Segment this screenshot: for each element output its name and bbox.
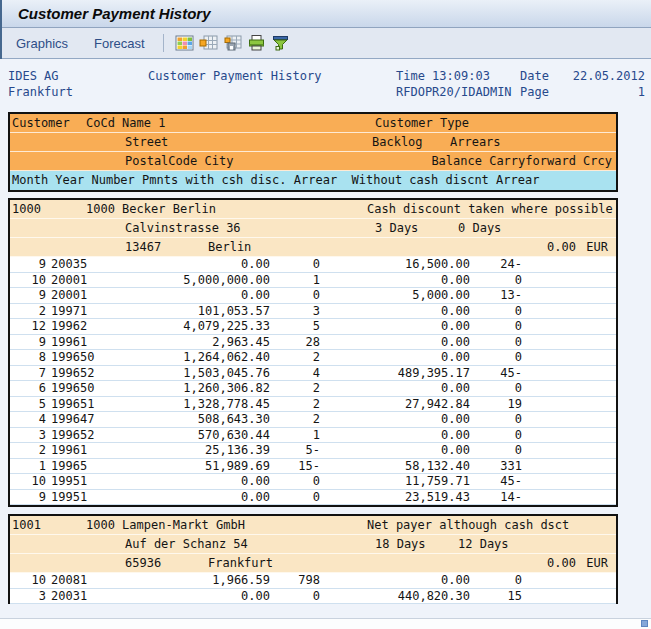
data-cell: 51 — [80, 397, 140, 412]
data-row[interactable]: 3200310.000440,820.3015 — [10, 589, 616, 605]
data-cell: 51,989.69 — [140, 459, 270, 474]
data-cell: 2000 — [46, 288, 80, 303]
data-cell: 24- — [470, 257, 522, 272]
data-cell: 1 — [270, 273, 320, 288]
data-cell: 1996 — [46, 412, 80, 427]
report-area: IDES AGCustomer Payment HistoryTime 13:0… — [0, 60, 651, 629]
text-cell: 1000 Becker Berlin — [86, 200, 216, 219]
save-table-icon[interactable] — [222, 33, 244, 54]
data-cell: 1997 — [46, 304, 80, 319]
column-header-row: Month Year Number Pmnts with csh disc. A… — [10, 171, 616, 190]
data-cell: 0.00 — [320, 273, 470, 288]
data-cell: 0 — [470, 335, 522, 350]
data-row[interactable]: 219971101,053.5730.000 — [10, 304, 616, 320]
insert-column-icon[interactable] — [198, 33, 220, 54]
text-cell: 1000 — [12, 200, 41, 219]
application-toolbar: Graphics Forecast — [2, 28, 651, 59]
data-row[interactable]: 9199510.00023,519.4314- — [10, 490, 616, 506]
text-cell: RFDOPR20/IDADMIN — [396, 85, 512, 99]
data-cell: 8 — [10, 350, 46, 365]
data-cell: 7 — [10, 366, 46, 381]
data-row[interactable]: 71996521,503,045.764489,395.1745- — [10, 366, 616, 382]
data-cell: 0 — [470, 573, 522, 588]
data-row[interactable]: 10199510.00011,759.7145- — [10, 474, 616, 490]
data-cell: 2 — [270, 350, 320, 365]
data-cell: 50 — [80, 381, 140, 396]
data-cell: 1996 — [46, 443, 80, 458]
text-cell: 1000 Lampen-Markt GmbH — [86, 516, 245, 535]
data-cell: 2 — [270, 381, 320, 396]
text-cell: 0.00 — [547, 554, 576, 573]
data-cell: 331 — [470, 459, 522, 474]
graphics-button[interactable]: Graphics — [16, 36, 68, 51]
data-cell: 440,820.30 — [320, 589, 470, 604]
data-cell: 2,963.45 — [140, 335, 270, 350]
data-cell: 1 — [80, 443, 140, 458]
data-row[interactable]: 21996125,136.395-0.000 — [10, 443, 616, 459]
data-cell: 11,759.71 — [320, 474, 470, 489]
data-cell: 45- — [470, 474, 522, 489]
data-cell: 0 — [470, 412, 522, 427]
data-cell: 52 — [80, 366, 140, 381]
text-cell: Backlog — [372, 133, 423, 152]
text-cell: Time 13:09:03 — [396, 69, 490, 83]
data-cell: 1 — [80, 474, 140, 489]
data-row[interactable]: 10200811,966.597980.000 — [10, 573, 616, 589]
data-cell: 0.00 — [140, 490, 270, 505]
data-cell: 12 — [10, 319, 46, 334]
data-cell: 1996 — [46, 335, 80, 350]
data-row[interactable]: 11996551,989.6915-58,132.40331 — [10, 459, 616, 475]
data-cell: 0.00 — [140, 288, 270, 303]
page-title: Customer Payment History — [18, 5, 211, 22]
data-cell: 2000 — [46, 273, 80, 288]
data-cell: 0 — [270, 589, 320, 604]
data-cell: 5,000,000.00 — [140, 273, 270, 288]
data-cell: 5 — [270, 319, 320, 334]
data-row[interactable]: 51996511,328,778.45227,942.8419 — [10, 397, 616, 413]
table-view-icon[interactable] — [174, 33, 196, 54]
data-cell: 23,519.43 — [320, 490, 470, 505]
data-row[interactable]: 61996501,260,306.8220.000 — [10, 381, 616, 397]
data-cell: 15- — [270, 459, 320, 474]
data-cell: 2008 — [46, 573, 80, 588]
forecast-button[interactable]: Forecast — [94, 36, 145, 51]
data-row[interactable]: 3199652570,630.4410.000 — [10, 428, 616, 444]
block-header-row: 65936Frankfurt0.00EUR — [10, 554, 616, 573]
data-cell: 0 — [270, 490, 320, 505]
data-row[interactable]: 9200350.00016,500.0024- — [10, 257, 616, 273]
data-row[interactable]: 12199624,079,225.3350.000 — [10, 319, 616, 335]
scrollbar-nub[interactable] — [641, 620, 648, 627]
data-row[interactable]: 9199612,963.45280.000 — [10, 335, 616, 351]
data-cell: 2 — [270, 412, 320, 427]
data-cell: 489,395.17 — [320, 366, 470, 381]
text-cell: Frankfurt — [208, 554, 273, 573]
data-row[interactable]: 4199647508,643.3020.000 — [10, 412, 616, 428]
customer-block: 10001000 Becker BerlinCash discount take… — [8, 198, 618, 507]
text-cell: Customer Type — [375, 114, 469, 133]
data-cell: 2 — [10, 443, 46, 458]
data-row[interactable]: 9200010.0005,000.0013- — [10, 288, 616, 304]
data-cell: 0.00 — [320, 335, 470, 350]
print-icon[interactable] — [246, 33, 268, 54]
data-cell: 0.00 — [320, 319, 470, 334]
data-cell: 1 — [80, 335, 140, 350]
data-row[interactable]: 10200015,000,000.0010.000 — [10, 273, 616, 289]
data-cell: 25,136.39 — [140, 443, 270, 458]
data-cell: 0.00 — [320, 381, 470, 396]
data-row[interactable]: 81996501,264,062.4020.000 — [10, 350, 616, 366]
filter-icon[interactable] — [270, 33, 292, 54]
data-cell: 10 — [10, 573, 46, 588]
data-cell: 1996 — [46, 428, 80, 443]
text-cell: Cash discount taken where possible — [367, 200, 613, 219]
data-cell: 1,264,062.40 — [140, 350, 270, 365]
block-header-row: 10011000 Lampen-Markt GmbHNet payer alth… — [10, 516, 616, 535]
data-cell: 1 — [80, 589, 140, 604]
data-cell: 3 — [10, 589, 46, 604]
data-cell: 1 — [80, 573, 140, 588]
text-cell: 65936 — [125, 554, 161, 573]
data-cell: 0 — [270, 474, 320, 489]
text-cell: Street — [125, 133, 168, 152]
text-cell: 0.00 — [547, 238, 576, 257]
data-cell: 0.00 — [320, 350, 470, 365]
title-bar: Customer Payment History — [2, 0, 651, 28]
